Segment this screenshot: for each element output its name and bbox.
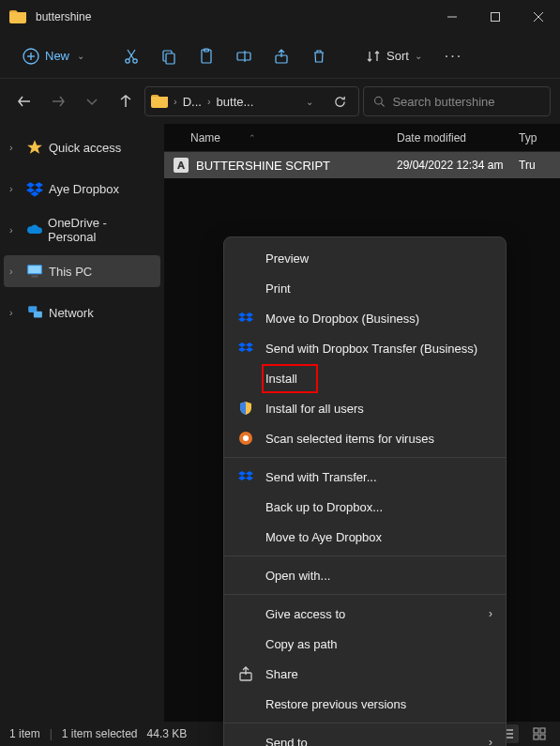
tree-label: Quick access — [49, 141, 121, 155]
ctx-backup-dropbox[interactable]: Back up to Dropbox... — [224, 492, 506, 522]
chevron-right-icon[interactable]: › — [9, 142, 21, 153]
ctx-give-access[interactable]: Give access to› — [224, 599, 506, 629]
share-icon — [237, 665, 254, 682]
ctx-preview[interactable]: Preview — [224, 243, 506, 273]
svg-rect-1 — [492, 13, 500, 22]
folder-icon — [9, 10, 26, 23]
monitor-icon — [26, 264, 43, 279]
ctx-print[interactable]: Print — [224, 273, 506, 303]
chevron-down-icon[interactable]: ⌄ — [306, 97, 313, 107]
breadcrumb-part[interactable]: D... — [183, 95, 202, 109]
svg-rect-30 — [534, 735, 538, 739]
file-name: BUTTERSHINE SCRIPT — [196, 159, 330, 173]
file-type: Tru — [519, 159, 560, 172]
file-date: 29/04/2022 12:34 am — [397, 159, 519, 172]
column-date[interactable]: Date modified — [397, 131, 519, 145]
svg-line-9 — [129, 50, 136, 59]
svg-rect-15 — [237, 53, 250, 60]
maximize-button[interactable] — [474, 0, 517, 34]
minimize-button[interactable] — [431, 0, 474, 34]
thumbnails-view-button[interactable] — [528, 724, 551, 743]
tree-item-onedrive[interactable]: › OneDrive - Personal — [4, 214, 160, 246]
dropbox-icon — [26, 181, 43, 196]
tree-item-network[interactable]: › Network — [4, 297, 160, 328]
star-icon — [26, 140, 43, 155]
sort-label: Sort — [386, 49, 409, 63]
new-button[interactable]: New ⌄ — [13, 42, 94, 70]
svg-rect-12 — [166, 53, 174, 64]
svg-point-33 — [243, 435, 249, 441]
tree-label: This PC — [49, 265, 92, 279]
svg-rect-21 — [28, 266, 41, 273]
ctx-send-to[interactable]: Send to› — [224, 727, 506, 746]
cloud-icon — [26, 222, 42, 237]
column-headers: Name⌃ Date modified Typ — [164, 124, 560, 152]
ctx-restore-versions[interactable]: Restore previous versions — [224, 689, 506, 719]
paste-button[interactable] — [189, 39, 223, 73]
command-bar: New ⌄ Sort ⌄ ··· — [0, 34, 560, 79]
delete-button[interactable] — [302, 39, 336, 73]
chevron-right-icon: › — [489, 736, 492, 746]
column-name[interactable]: Name⌃ — [164, 131, 397, 145]
dropbox-icon — [237, 340, 254, 357]
ctx-share[interactable]: Share — [224, 659, 506, 689]
new-label: New — [45, 49, 69, 63]
navigation-bar: › D... › butte... ⌄ — [0, 79, 560, 124]
more-button[interactable]: ··· — [435, 42, 472, 70]
recent-button[interactable] — [77, 86, 107, 116]
chevron-right-icon[interactable]: › — [9, 266, 21, 277]
tree-item-aye-dropbox[interactable]: › Aye Dropbox — [4, 173, 160, 205]
chevron-right-icon[interactable]: › — [9, 307, 21, 318]
status-item-count: 1 item — [9, 727, 40, 740]
svg-point-8 — [133, 58, 137, 62]
navigation-tree: › Quick access › Aye Dropbox › OneDrive … — [0, 124, 164, 722]
svg-rect-31 — [540, 735, 545, 739]
chevron-down-icon: ⌄ — [77, 51, 84, 61]
tree-label: Aye Dropbox — [49, 182, 119, 196]
ctx-scan-viruses[interactable]: Scan selected items for viruses — [224, 423, 506, 453]
svg-line-10 — [128, 50, 134, 59]
copy-button[interactable] — [152, 39, 186, 73]
forward-button[interactable] — [43, 86, 73, 116]
dropbox-icon — [237, 468, 254, 485]
svg-point-7 — [126, 58, 129, 62]
chevron-right-icon: › — [174, 96, 177, 107]
rename-button[interactable] — [227, 39, 261, 73]
share-button[interactable] — [265, 39, 298, 73]
folder-icon — [151, 95, 168, 108]
tree-label: Network — [49, 306, 94, 320]
up-button[interactable] — [111, 86, 141, 116]
search-box[interactable] — [363, 86, 551, 116]
breadcrumb-part[interactable]: butte... — [217, 95, 254, 109]
ctx-install-all-users[interactable]: Install for all users — [224, 393, 506, 423]
ctx-open-with[interactable]: Open with... — [224, 560, 506, 590]
network-icon — [26, 305, 43, 320]
search-input[interactable] — [392, 95, 540, 109]
context-menu: Preview Print Move to Dropbox (Business)… — [223, 236, 507, 746]
ctx-send-dropbox-transfer[interactable]: Send with Dropbox Transfer (Business) — [224, 333, 506, 363]
title-bar: buttershine — [0, 0, 560, 34]
column-type[interactable]: Typ — [519, 131, 560, 145]
chevron-right-icon[interactable]: › — [9, 224, 21, 236]
shield-icon — [237, 400, 254, 417]
file-row[interactable]: BUTTERSHINE SCRIPT 29/04/2022 12:34 am T… — [164, 152, 560, 178]
back-button[interactable] — [9, 86, 39, 116]
ctx-install[interactable]: Install — [224, 363, 506, 393]
cut-button[interactable] — [114, 39, 148, 73]
scan-icon — [237, 430, 254, 447]
ctx-move-dropbox-business[interactable]: Move to Dropbox (Business) — [224, 303, 506, 333]
ctx-move-aye-dropbox[interactable]: Move to Aye Dropbox — [224, 522, 506, 552]
sort-button[interactable]: Sort ⌄ — [356, 43, 431, 69]
address-bar[interactable]: › D... › butte... ⌄ — [144, 86, 359, 116]
ctx-copy-path[interactable]: Copy as path — [224, 629, 506, 659]
chevron-right-icon: › — [207, 96, 211, 107]
tree-item-this-pc[interactable]: › This PC — [4, 255, 160, 287]
chevron-right-icon[interactable]: › — [9, 183, 21, 194]
font-file-icon — [174, 158, 189, 173]
svg-line-19 — [382, 103, 385, 106]
ctx-send-with-transfer[interactable]: Send with Transfer... — [224, 462, 506, 492]
tree-label: OneDrive - Personal — [48, 216, 155, 244]
tree-item-quick-access[interactable]: › Quick access — [4, 131, 160, 163]
close-button[interactable] — [517, 0, 560, 34]
refresh-button[interactable] — [326, 88, 353, 114]
